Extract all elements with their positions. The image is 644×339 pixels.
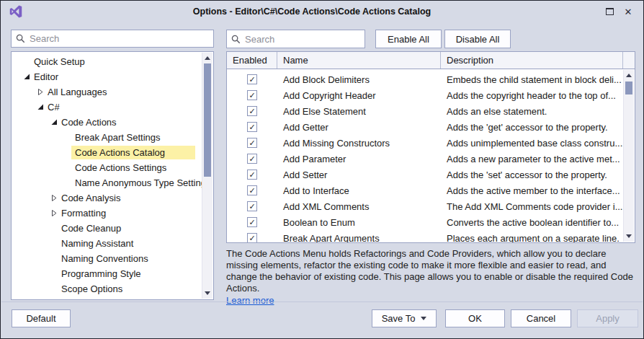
table-row[interactable]: ✓Add Missing ConstructorsAdds unimplemen… [227,135,622,151]
tree-item-label: Programming Style [58,267,145,281]
ok-button[interactable]: OK [445,309,505,327]
column-header-description[interactable]: Description [441,52,623,69]
enabled-cell: ✓ [227,138,277,148]
enabled-checkbox[interactable]: ✓ [247,154,257,164]
enabled-checkbox[interactable]: ✓ [247,185,257,195]
name-cell: Add Setter [277,170,441,180]
options-dialog: Options - Editor\C#\Code Actions\Code Ac… [0,0,644,339]
name-cell: Add Copyright Header [277,90,441,101]
tree-item-label: Formatting [58,206,109,220]
tree-item-quick-setup[interactable]: Quick Setup [12,54,201,69]
chevron-down-icon [421,317,426,320]
tree-item-label: Name Anonymous Type Settings [71,176,214,190]
search-placeholder: Search [30,33,59,44]
table-row[interactable]: ✓Add XML CommentsThe Add XML Comments co… [227,198,622,214]
tree-item-editor[interactable]: Editor [12,69,201,84]
enabled-checkbox[interactable]: ✓ [247,201,257,211]
code-actions-table: Enabled Name Description ✓Add Block Deli… [226,51,635,243]
tree-item-naming-assistant[interactable]: Naming Assistant [12,236,201,251]
tree-scrollbar[interactable] [202,53,213,299]
table-row[interactable]: ✓Add GetterAdds the 'get' accessor to th… [227,119,622,135]
description-cell: Adds the active member to the interface.… [441,185,622,196]
enable-all-button[interactable]: Enable All [375,30,442,48]
tree-item-programming-style[interactable]: Programming Style [12,266,201,281]
tree-item-code-analysis[interactable]: Code Analysis [12,190,201,206]
tree-item-label: Code Actions [58,115,120,129]
table-row[interactable]: ✓Add to InterfaceAdds the active member … [227,182,622,198]
enabled-checkbox[interactable]: ✓ [247,233,257,242]
name-cell: Add Block Delimiters [277,74,441,85]
options-tree: Quick SetupEditorAll LanguagesC#Code Act… [11,51,214,300]
apply-button: Apply [577,309,638,327]
column-header-enabled[interactable]: Enabled [227,52,277,69]
description-cell: The Add XML Comments code provider i... [441,201,622,212]
table-row[interactable]: ✓Boolean to EnumConverts the active bool… [227,214,622,230]
tree-item-naming-conventions[interactable]: Naming Conventions [12,251,201,266]
enabled-cell: ✓ [227,74,277,84]
enabled-checkbox[interactable]: ✓ [247,217,257,227]
learn-more-link[interactable]: Learn more [226,295,274,307]
table-row[interactable]: ✓Add Copyright HeaderAdds the copyright … [227,87,622,103]
cancel-button[interactable]: Cancel [511,309,571,327]
enabled-checkbox[interactable]: ✓ [247,170,257,180]
name-cell: Boolean to Enum [277,217,441,228]
titlebar: Options - Editor\C#\Code Actions\Code Ac… [1,1,643,22]
table-header: Enabled Name Description [227,52,635,69]
table-scrollbar[interactable] [623,70,634,242]
enabled-checkbox[interactable]: ✓ [247,138,257,148]
scroll-up-icon[interactable] [202,53,213,63]
tree-item-code-actions-settings[interactable]: Code Actions Settings [12,160,201,175]
save-to-label: Save To [382,313,416,324]
tree-item-label: Code Cleanup [58,221,125,235]
tree-item-label: Code Actions Catalog [71,146,195,159]
table-row[interactable]: ✓Add ParameterAdds a new parameter to th… [227,151,622,167]
tree-item-name-anonymous-type-settings[interactable]: Name Anonymous Type Settings [12,175,201,190]
column-header-spacer [623,52,635,69]
catalog-search-input[interactable]: Search [226,30,365,48]
enabled-cell: ✓ [227,217,277,227]
default-button[interactable]: Default [12,309,71,327]
table-row[interactable]: ✓Break Apart ArgumentsPlaces each argume… [227,230,622,242]
table-row[interactable]: ✓Add Block DelimitersEmbeds the child st… [227,71,622,87]
search-placeholder: Search [245,34,274,45]
enabled-checkbox[interactable]: ✓ [247,90,257,100]
tree-item-formatting[interactable]: Formatting [12,206,201,221]
enabled-checkbox[interactable]: ✓ [247,122,257,132]
scroll-down-icon[interactable] [202,288,213,299]
maximize-button[interactable] [600,4,619,19]
close-button[interactable]: ✕ [619,4,638,19]
tree-item-all-languages[interactable]: All Languages [12,84,201,100]
name-cell: Add to Interface [277,185,441,196]
column-header-name[interactable]: Name [277,52,441,69]
tree-item-label: Naming Assistant [58,237,137,250]
tree-item-code-actions-catalog[interactable]: Code Actions Catalog [12,145,201,160]
description-text: The Code Actions Menu holds Refactorings… [226,248,633,294]
tree-item-label: Code Analysis [58,191,124,205]
enabled-cell: ✓ [227,233,277,242]
table-row[interactable]: ✓Add SetterAdds the 'set' accessor to th… [227,167,622,182]
description-cell: Places each argument on a separate line. [441,233,622,243]
tree-item-label: Quick Setup [30,55,89,69]
enabled-checkbox[interactable]: ✓ [247,74,257,84]
name-cell: Add Parameter [277,154,441,164]
tree-item-code-cleanup[interactable]: Code Cleanup [12,221,201,236]
window-title: Options - Editor\C#\Code Actions\Code Ac… [24,6,600,17]
tree-item-break-apart-settings[interactable]: Break Apart Settings [12,130,201,145]
scrollbar-thumb[interactable] [625,82,632,94]
enabled-cell: ✓ [227,201,277,211]
scroll-down-icon[interactable] [624,231,634,242]
scroll-up-icon[interactable] [624,70,634,81]
disable-all-button[interactable]: Disable All [444,30,511,48]
save-to-button[interactable]: Save To [372,309,437,327]
name-cell: Add XML Comments [277,201,441,212]
tree-search-input[interactable]: Search [11,30,214,48]
tree-item-code-actions[interactable]: Code Actions [12,115,201,130]
tree-item-c-[interactable]: C# [12,100,201,115]
table-row[interactable]: ✓Add Else StatementAdds an else statemen… [227,103,622,119]
scrollbar-thumb[interactable] [204,63,211,177]
enabled-cell: ✓ [227,106,277,116]
enabled-cell: ✓ [227,185,277,195]
description-cell: Adds the 'set' accessor to the property. [441,170,622,180]
enabled-checkbox[interactable]: ✓ [247,106,257,116]
tree-item-scope-options[interactable]: Scope Options [12,281,201,296]
